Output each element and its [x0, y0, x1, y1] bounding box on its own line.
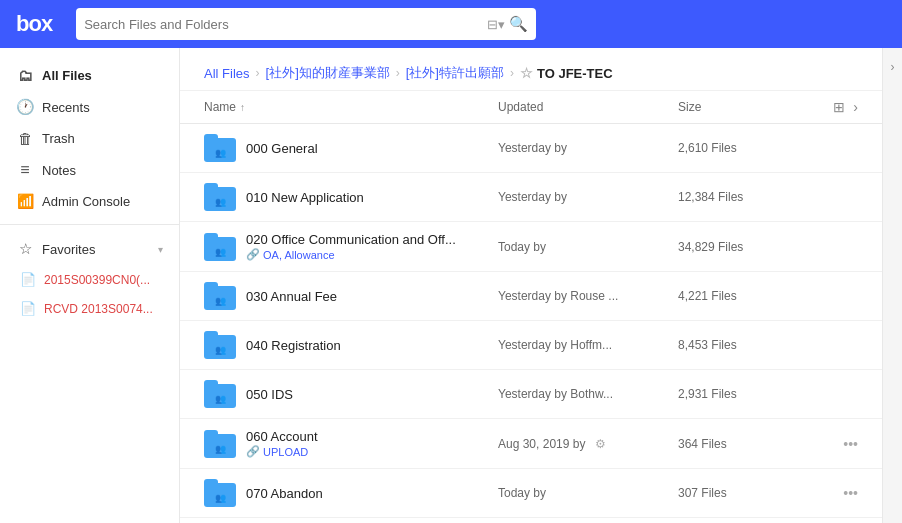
row-actions-060: ••• [798, 436, 858, 452]
table-header: Name ↑ Updated Size ⊞ › [180, 91, 882, 124]
sidebar-item-all-files[interactable]: 🗂 All Files [0, 60, 179, 91]
row-label-040: 040 Registration [246, 338, 341, 353]
folder-people-icon: 👥 [215, 148, 226, 158]
row-name-030: 👥 030 Annual Fee [204, 282, 498, 310]
row-label-wrap-020: 020 Office Communication and Off... 🔗 OA… [246, 232, 456, 261]
folder-icon-060: 👥 [204, 430, 236, 458]
sidebar-label-recents: Recents [42, 100, 90, 115]
sidebar-label-trash: Trash [42, 131, 75, 146]
col-updated-label: Updated [498, 100, 543, 114]
sort-icon: ↑ [240, 102, 245, 113]
pdf-icon: 📄 [20, 272, 36, 287]
sidebar-file-label-2: RCVD 2013S0074... [44, 302, 153, 316]
table-row[interactable]: 👥 030 Annual Fee Yesterday by Rouse ... … [180, 272, 882, 321]
row-updated-040: Yesterday by Hoffm... [498, 338, 678, 352]
sidebar-recent-file-1[interactable]: 📄 2015S00399CN0(... [0, 265, 179, 294]
search-bar[interactable]: ⊟▾ 🔍 [76, 8, 536, 40]
panel-chevron-icon: › [891, 60, 895, 74]
row-size-020: 34,829 Files [678, 240, 798, 254]
sidebar-file-label-1: 2015S00399CN0(... [44, 273, 150, 287]
row-updated-text-060: Aug 30, 2019 by [498, 437, 585, 451]
sidebar-item-trash[interactable]: 🗑 Trash [0, 123, 179, 154]
col-name-label: Name [204, 100, 236, 114]
filter-icon[interactable]: ⊟▾ [487, 17, 505, 32]
sidebar-item-favorites[interactable]: ☆ Favorites ▾ [0, 233, 179, 265]
admin-icon: 📶 [16, 193, 34, 209]
row-label-wrap-010: 010 New Application [246, 190, 364, 205]
row-label-030: 030 Annual Fee [246, 289, 337, 304]
folder-icon-040: 👥 [204, 331, 236, 359]
breadcrumb-all-files[interactable]: All Files [204, 66, 250, 81]
folder-people-icon: 👥 [215, 296, 226, 306]
pdf-icon-2: 📄 [20, 301, 36, 316]
folder-icon-050: 👥 [204, 380, 236, 408]
folder-people-icon: 👥 [215, 444, 226, 454]
sidebar-item-notes[interactable]: ≡ Notes [0, 154, 179, 186]
search-controls: ⊟▾ 🔍 [487, 15, 528, 33]
folder-people-icon: 👥 [215, 197, 226, 207]
row-size-050: 2,931 Files [678, 387, 798, 401]
table-row[interactable]: 👥 040 Registration Yesterday by Hoffm...… [180, 321, 882, 370]
breadcrumb-part1[interactable]: [社外]知的財産事業部 [266, 64, 390, 82]
search-input[interactable] [84, 17, 479, 32]
search-icon[interactable]: 🔍 [509, 15, 528, 33]
col-header-updated: Updated [498, 100, 678, 114]
table-row[interactable]: 👥 070 Abandon Today by 307 Files ••• [180, 469, 882, 518]
more-options-icon-060[interactable]: ••• [843, 436, 858, 452]
link-icon-060: 🔗 [246, 445, 260, 458]
breadcrumb-current: ☆ TO JFE-TEC [520, 65, 613, 81]
expand-icon[interactable]: › [853, 99, 858, 115]
row-name-060: 👥 060 Account 🔗 UPLOAD [204, 429, 498, 458]
row-sublabel-text-020: OA, Allowance [263, 249, 335, 261]
row-updated-060: Aug 30, 2019 by ⚙ [498, 437, 678, 451]
favorite-star-icon[interactable]: ☆ [520, 65, 533, 81]
row-name-000: 👥 000 General [204, 134, 498, 162]
table-row[interactable]: 👥 000 General Yesterday by 2,610 Files [180, 124, 882, 173]
row-size-040: 8,453 Files [678, 338, 798, 352]
grid-view-icon[interactable]: ⊞ [833, 99, 845, 115]
row-label-060: 060 Account [246, 429, 318, 444]
sidebar-recent-file-2[interactable]: 📄 RCVD 2013S0074... [0, 294, 179, 323]
sidebar-item-admin-console[interactable]: 📶 Admin Console [0, 186, 179, 216]
folder-icon-030: 👥 [204, 282, 236, 310]
header: box ⊟▾ 🔍 [0, 0, 902, 48]
col-header-actions: ⊞ › [798, 99, 858, 115]
breadcrumb-sep-2: › [396, 66, 400, 80]
panel-toggle[interactable]: › [882, 48, 902, 523]
row-size-000: 2,610 Files [678, 141, 798, 155]
breadcrumb-sep-3: › [510, 66, 514, 80]
main-layout: 🗂 All Files 🕐 Recents 🗑 Trash ≡ Notes 📶 … [0, 48, 902, 523]
row-name-050: 👥 050 IDS [204, 380, 498, 408]
table-row[interactable]: 👥 010 New Application Yesterday by 12,38… [180, 173, 882, 222]
row-updated-070: Today by [498, 486, 678, 500]
row-updated-050: Yesterday by Bothw... [498, 387, 678, 401]
breadcrumb-part2[interactable]: [社外]特許出願部 [406, 64, 504, 82]
breadcrumb-current-label: TO JFE-TEC [537, 66, 613, 81]
row-size-060: 364 Files [678, 437, 798, 451]
col-header-size: Size [678, 100, 798, 114]
row-size-030: 4,221 Files [678, 289, 798, 303]
table-row[interactable]: 👥 050 IDS Yesterday by Bothw... 2,931 Fi… [180, 370, 882, 419]
row-label-070: 070 Abandon [246, 486, 323, 501]
row-updated-000: Yesterday by [498, 141, 678, 155]
sidebar-item-recents[interactable]: 🕐 Recents [0, 91, 179, 123]
sidebar-label-favorites: Favorites [42, 242, 95, 257]
row-label-050: 050 IDS [246, 387, 293, 402]
folder-icon: 🗂 [16, 67, 34, 84]
settings-inline-icon[interactable]: ⚙ [595, 437, 606, 451]
row-name-040: 👥 040 Registration [204, 331, 498, 359]
row-updated-030: Yesterday by Rouse ... [498, 289, 678, 303]
clock-icon: 🕐 [16, 98, 34, 116]
row-updated-010: Yesterday by [498, 190, 678, 204]
more-options-icon-070[interactable]: ••• [843, 485, 858, 501]
col-header-name[interactable]: Name ↑ [204, 100, 498, 114]
sidebar: 🗂 All Files 🕐 Recents 🗑 Trash ≡ Notes 📶 … [0, 48, 180, 523]
table-row[interactable]: 👥 060 Account 🔗 UPLOAD Aug 30, 2019 by ⚙… [180, 419, 882, 469]
table-row[interactable]: 👥 020 Office Communication and Off... 🔗 … [180, 222, 882, 272]
folder-icon-020: 👥 [204, 233, 236, 261]
sidebar-label-all-files: All Files [42, 68, 92, 83]
trash-icon: 🗑 [16, 130, 34, 147]
row-size-070: 307 Files [678, 486, 798, 500]
link-icon-020: 🔗 [246, 248, 260, 261]
folder-people-icon: 👥 [215, 345, 226, 355]
